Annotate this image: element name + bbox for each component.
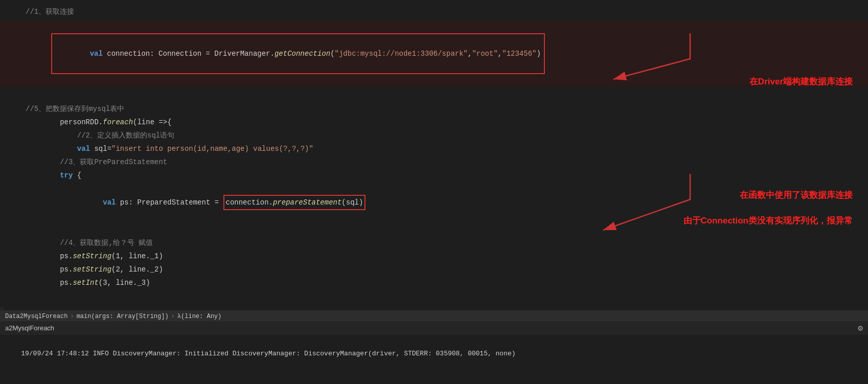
line-content-5: personRDD.foreach(line =>{ (26, 116, 868, 128)
line-content-9: try { (26, 169, 868, 182)
terminal-line-0: 19/09/24 17:48:12 INFO DiscoveryManager:… (5, 337, 863, 371)
breadcrumb-sep-1: › (70, 313, 74, 320)
code-line-9: try { (0, 169, 868, 182)
line-content-12: //4、获取数据,给？号 赋值 (26, 237, 868, 249)
line-content-4: //5、把数据保存到mysql表中 (26, 103, 868, 115)
code-line-8: //3、获取PreParedStatement (0, 155, 868, 169)
line-content-13: ps.setString(1, line._1) (26, 250, 868, 262)
terminal-content: 19/09/24 17:48:12 INFO DiscoveryManager:… (0, 335, 868, 384)
code-line-2: val connection: Connection = DriverManag… (0, 20, 868, 87)
gear-icon[interactable]: ⚙ (858, 323, 863, 333)
code-line-11 (0, 223, 868, 236)
code-line-5: personRDD.foreach(line =>{ (0, 116, 868, 129)
code-line-13: ps.setString(1, line._1) (0, 250, 868, 263)
line-content-14: ps.setString(2, line._2) (26, 263, 868, 276)
terminal-header: a2MysqlForeach ⚙ (0, 321, 868, 335)
line-content-11 (26, 223, 868, 236)
line-content-8: //3、获取PreParedStatement (26, 156, 868, 168)
breadcrumb-class: Data2MysqlForeach (5, 313, 67, 320)
editor-area: //1、获取连接 val connection: Connection = Dr… (0, 0, 868, 307)
code-line-3 (0, 89, 868, 102)
line-content-10: val ps: PreparedStatement = connection.p… (26, 183, 868, 222)
code-line-12: //4、获取数据,给？号 赋值 (0, 236, 868, 250)
code-line-6: //2、定义插入数据的sql语句 (0, 129, 868, 142)
code-line-4: //5、把数据保存到mysql表中 (0, 102, 868, 116)
breadcrumb: Data2MysqlForeach › main(args: Array[Str… (5, 313, 221, 320)
breadcrumb-sep-2: › (171, 313, 175, 320)
breadcrumb-lambda: λ(line: Any) (177, 313, 221, 320)
line-content-7: val sql="insert into person(id,name,age)… (26, 143, 868, 155)
code-line-10: val ps: PreparedStatement = connection.p… (0, 182, 868, 223)
line-content-3 (26, 89, 868, 102)
terminal-line-1: Tue Sep 24 17:48:13 CST 2019 WARN: Estab… (5, 371, 863, 384)
breadcrumb-method: main(args: Array[String]) (77, 313, 169, 320)
line-content-2: val connection: Connection = DriverManag… (26, 21, 868, 86)
code-line-1: //1、获取连接 (0, 5, 868, 18)
code-line-7: val sql="insert into person(id,name,age)… (0, 142, 868, 155)
line-content-15: ps.setInt(3, line._3) (26, 277, 868, 289)
line-content-1: //1、获取连接 (26, 6, 868, 18)
terminal-title: a2MysqlForeach (5, 324, 54, 332)
code-line-14: ps.setString(2, line._2) (0, 263, 868, 276)
code-line-15: ps.setInt(3, line._3) (0, 276, 868, 289)
line-content-6: //2、定义插入数据的sql语句 (26, 129, 868, 142)
